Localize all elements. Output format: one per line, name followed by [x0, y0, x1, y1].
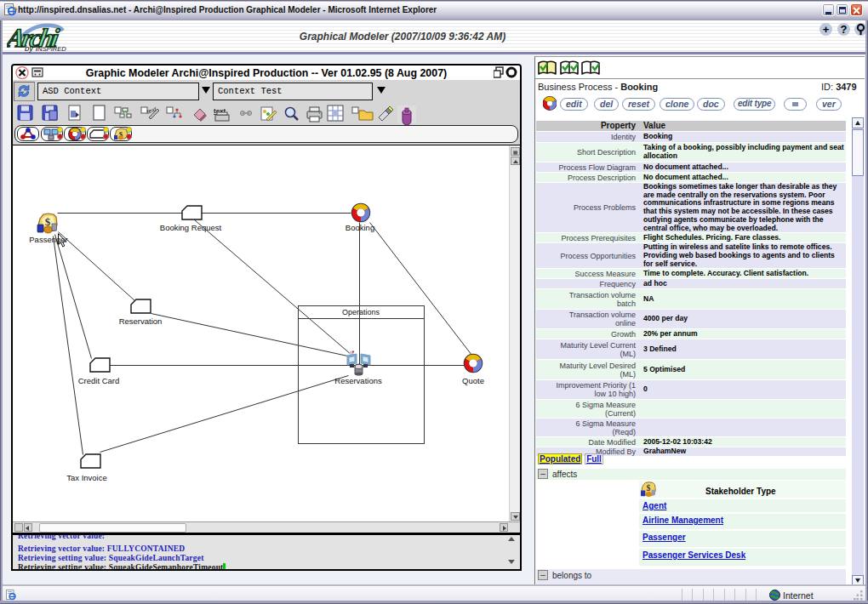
svg-text:Operations: Operations — [342, 308, 380, 316]
svg-text:Tax Invoice: Tax Invoice — [66, 473, 107, 482]
svg-text:$: $ — [647, 483, 651, 493]
svg-text:Reservations: Reservations — [334, 376, 382, 385]
svg-text:Booking: Booking — [345, 223, 374, 232]
svg-text:by INSPIRED: by INSPIRED — [25, 43, 66, 53]
svg-text:Booking Request: Booking Request — [160, 223, 222, 232]
svg-text:Reservation: Reservation — [119, 316, 163, 326]
svg-text:Quote: Quote — [462, 376, 484, 385]
svg-text:Credit Card: Credit Card — [78, 376, 120, 385]
svg-text:Passenger: Passenger — [29, 235, 67, 244]
